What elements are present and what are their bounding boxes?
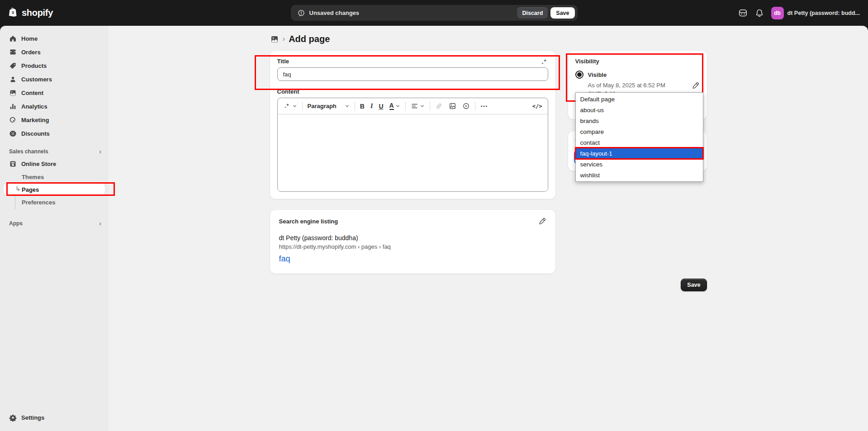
text-color-button[interactable]: A [389,101,401,111]
sidebar-item-label: Home [21,35,38,42]
magic-sparkle-icon[interactable] [540,58,548,66]
show-html-button[interactable]: </> [531,102,543,110]
video-icon [462,102,470,110]
seo-heading: Search engine listing [279,218,338,225]
sidebar-item-content[interactable]: Content [4,86,105,99]
more-options-button[interactable]: ⋯ [479,101,489,111]
editor-content-area[interactable] [278,114,548,191]
store-name: dt Petty (password: budd... [787,10,860,16]
products-icon [9,62,17,70]
ai-writing-button[interactable] [282,101,298,111]
customers-icon [9,76,17,83]
template-option[interactable]: brands [576,115,703,126]
template-option[interactable]: about-us [576,104,703,115]
visible-radio-option[interactable]: Visible [575,71,700,79]
chevron-right-icon: › [99,220,101,227]
align-left-icon [411,102,418,110]
title-field-group: Title [277,58,548,81]
sidebar-item-marketing[interactable]: Marketing [4,114,105,126]
svg-text:S: S [12,10,14,15]
template-option[interactable]: compare [576,126,703,137]
radio-selected-icon[interactable] [575,71,583,79]
sidebar-item-label: Discounts [21,130,50,137]
rich-text-editor: Paragraph B I U A [277,98,548,192]
shopify-wordmark: shopify [22,8,53,18]
sidebar-item-analytics[interactable]: Analytics [4,100,105,113]
save-button-top[interactable]: Save [550,7,574,19]
sidebar-item-products[interactable]: Products [4,59,105,72]
bell-icon [755,9,764,18]
page-title: Add page [289,34,330,44]
content-icon [9,89,17,97]
title-label: Title [277,58,289,65]
sidebar-section-apps[interactable]: Apps › [4,220,101,227]
discounts-icon [9,130,17,137]
template-option-selected[interactable]: faq-layout-1 [576,148,703,159]
template-dropdown: Default page about-us brands compare con… [575,92,703,182]
sidebar-item-label: Pages [22,186,39,193]
edit-pencil-icon[interactable] [538,217,546,225]
main-content: › Add page Title Content [109,26,868,431]
underline-button[interactable]: U [378,102,384,111]
seo-card: Search engine listing dt Petty (password… [270,210,555,274]
visible-label: Visible [588,71,607,78]
chevron-down-icon [292,104,297,109]
text-color-glyph: A [389,102,394,110]
notifications-button[interactable] [755,9,764,18]
orders-icon [9,48,17,56]
template-option[interactable]: contact [576,137,703,148]
link-icon [435,102,443,110]
sidebar-section-sales-channels[interactable]: Sales channels › [4,148,101,155]
seo-page-title-link[interactable]: faq [279,254,546,264]
sidebar-item-settings[interactable]: Settings [4,411,105,424]
online-store-icon [9,160,17,168]
image-icon [449,102,456,110]
sidekick-button[interactable] [738,8,748,18]
sidebar-item-discounts[interactable]: Discounts [4,127,105,140]
chevron-right-icon: › [283,34,285,43]
sidebar-item-customers[interactable]: Customers [4,73,105,85]
sidebar-item-online-store[interactable]: Online Store [4,157,105,170]
chevron-down-icon [395,104,400,109]
elbow-arrow-icon: ↳ [15,185,21,192]
sidebar-item-home[interactable]: Home [4,32,105,45]
sidebar-item-label: Online Store [21,161,56,167]
edit-pencil-icon[interactable] [692,81,700,90]
insert-video-button[interactable] [461,101,471,111]
template-option[interactable]: wishlist [576,170,703,180]
sidebar-item-label: Content [21,90,43,96]
save-button-bottom[interactable]: Save [681,279,707,291]
bold-button[interactable]: B [359,102,365,111]
sidebar-item-label: Themes [22,174,44,180]
marketing-icon [9,116,17,124]
content-label: Content [277,88,548,95]
sidebar-item-preferences[interactable]: Preferences [4,196,105,208]
user-menu[interactable]: db dt Petty (password: budd... [771,7,860,19]
editor-toolbar: Paragraph B I U A [278,98,548,114]
paragraph-style-dropdown[interactable]: Paragraph [307,102,351,110]
shopify-logo[interactable]: S shopify [8,7,53,19]
sidebar-item-pages[interactable]: ↳ Pages [4,184,105,195]
discard-button[interactable]: Discard [517,7,548,19]
chevron-down-icon [345,104,350,109]
unsaved-changes-bar: Unsaved changes Discard Save [291,5,578,21]
topbar: S shopify Unsaved changes Discard Save [0,0,868,26]
breadcrumb: › Add page [270,34,707,44]
sidebar: Home Orders Products Customers Content A… [0,26,109,431]
sidebar-item-orders[interactable]: Orders [4,46,105,58]
template-option[interactable]: Default page [576,94,703,104]
pages-breadcrumb-icon[interactable] [270,35,279,44]
alignment-button[interactable] [410,101,426,111]
seo-site-name: dt Petty (password: buddha) [279,234,546,242]
insert-link-button[interactable] [434,101,444,111]
insert-image-button[interactable] [448,101,457,111]
title-input[interactable] [277,67,548,81]
analytics-icon [9,103,17,110]
topbar-right: db dt Petty (password: budd... [738,7,860,19]
sidebar-item-themes[interactable]: Themes [4,171,105,183]
paragraph-style-label: Paragraph [308,103,337,109]
sidebar-item-label: Orders [21,49,41,56]
visibility-heading: Visibility [575,58,700,65]
template-option[interactable]: services [576,159,703,170]
italic-button[interactable]: I [370,102,374,111]
